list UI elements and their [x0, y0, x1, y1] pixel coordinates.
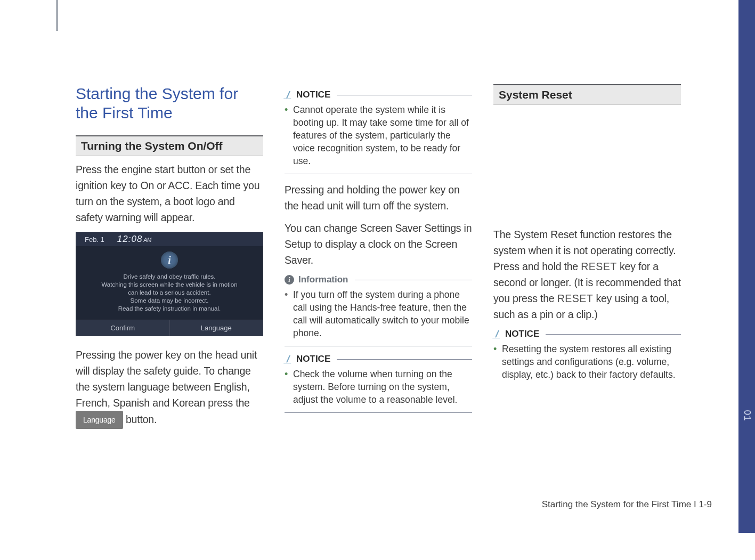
rule: [337, 95, 472, 95]
info-icon: i: [285, 275, 294, 285]
paragraph: You can change Screen Saver Settings in …: [285, 220, 472, 268]
msg-line: Read the safety instruction in manual.: [82, 305, 257, 313]
notice-block: / NOTICE Check the volume when turning o…: [285, 354, 472, 413]
paragraph: Press the engine start button or set the…: [76, 161, 263, 225]
notice-heading: / NOTICE: [285, 90, 472, 100]
notice-icon: /: [283, 355, 293, 363]
column-1: Starting the System for the First Time T…: [76, 84, 263, 435]
screenshot-time: 12:08: [117, 234, 143, 244]
top-crop-mark: [56, 0, 58, 31]
paragraph: Pressing the power key on the head unit …: [76, 347, 263, 429]
page-title: Starting the System for the First Time: [76, 84, 263, 123]
notice-icon: /: [492, 330, 502, 338]
content-columns: Starting the System for the First Time T…: [76, 84, 715, 435]
text: button.: [126, 413, 157, 425]
section-heading-system-reset: System Reset: [493, 84, 681, 105]
page-frame: Starting the System for the First Time T…: [56, 0, 738, 560]
section-heading-turning-on-off: Turning the System On/Off: [76, 135, 263, 156]
notice-heading: / NOTICE: [493, 329, 681, 339]
notice-block: / NOTICE Resetting the system restores a…: [493, 329, 681, 381]
page-footer: Starting the System for the First Time I…: [542, 499, 712, 510]
notice-icon: /: [283, 91, 293, 99]
reset-key-label: RESET: [581, 261, 617, 272]
notice-heading: / NOTICE: [285, 354, 472, 364]
information-block: i Information If you turn off the system…: [285, 274, 472, 346]
notice-list: Check the volume when turning on the sys…: [285, 368, 472, 413]
chapter-number: 01: [742, 410, 752, 421]
screenshot-message: Drive safely and obey traffic rules. Wat…: [76, 273, 263, 313]
screenshot-date: Feb. 1: [85, 236, 104, 244]
text: Pressing the power key on the head unit …: [76, 349, 257, 409]
rule: [337, 359, 472, 360]
reset-image-placeholder: [493, 110, 681, 218]
information-label: Information: [298, 274, 348, 285]
notice-label: NOTICE: [505, 329, 539, 339]
notice-list: Cannot operate the system while it is bo…: [285, 103, 472, 174]
msg-line: Some data may be incorrect.: [82, 297, 257, 305]
confirm-button: Confirm: [76, 320, 169, 336]
language-key-label: Language: [76, 411, 123, 429]
notice-block: / NOTICE Cannot operate the system while…: [285, 90, 472, 174]
info-list: If you turn off the system during a phon…: [285, 288, 472, 346]
screenshot-topbar: Feb. 1 12:08AM: [76, 232, 263, 246]
msg-line: can lead to a serious accident.: [82, 289, 257, 297]
notice-item: Check the volume when turning on the sys…: [285, 368, 472, 406]
chapter-side-tab: 01: [738, 0, 755, 533]
screenshot-ampm: AM: [143, 237, 151, 243]
screenshot-buttons: Confirm Language: [76, 320, 263, 336]
notice-item: Cannot operate the system while it is bo…: [285, 103, 472, 167]
rule: [546, 334, 681, 335]
info-icon: i: [161, 251, 178, 269]
notice-list: Resetting the system restores all existi…: [493, 343, 681, 381]
system-boot-screenshot: Feb. 1 12:08AM i Drive safely and obey t…: [76, 232, 263, 336]
notice-label: NOTICE: [296, 90, 330, 100]
column-3: System Reset The System Reset function r…: [493, 84, 681, 435]
info-item: If you turn off the system during a phon…: [285, 288, 472, 339]
reset-key-label: RESET: [557, 293, 594, 304]
notice-label: NOTICE: [296, 354, 330, 364]
msg-line: Drive safely and obey traffic rules.: [82, 273, 257, 281]
msg-line: Watching this screen while the vehicle i…: [82, 281, 257, 289]
language-button: Language: [169, 320, 263, 336]
column-2: / NOTICE Cannot operate the system while…: [285, 84, 472, 435]
rule: [355, 280, 473, 280]
paragraph: Pressing and holding the power key on th…: [285, 182, 472, 214]
paragraph: The System Reset function restores the s…: [493, 226, 681, 322]
notice-item: Resetting the system restores all existi…: [493, 343, 681, 381]
information-heading: i Information: [285, 274, 472, 285]
